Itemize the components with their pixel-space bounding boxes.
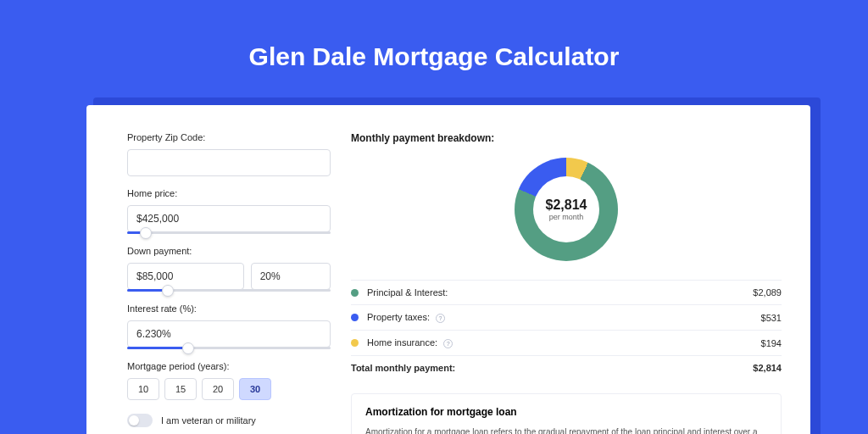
veteran-toggle-row: I am veteran or military (127, 414, 331, 427)
down-payment-amount-input[interactable] (127, 263, 244, 290)
interest-rate-label: Interest rate (%): (127, 303, 331, 314)
donut-center: $2,814 per month (533, 176, 599, 242)
legend-home-insurance: Home insurance: ? $194 (351, 330, 782, 355)
down-payment-slider-thumb[interactable] (162, 285, 174, 297)
donut-sub: per month (549, 213, 584, 221)
legend-total: Total monthly payment: $2,814 (351, 355, 782, 380)
period-btn-20[interactable]: 20 (202, 378, 234, 400)
period-btn-10[interactable]: 10 (127, 378, 159, 400)
legend-total-label: Total monthly payment: (351, 363, 753, 373)
period-label: Mortgage period (years): (127, 361, 331, 371)
down-payment-label: Down payment: (127, 246, 331, 256)
interest-rate-slider[interactable] (127, 347, 331, 349)
legend-pi-label: Principal & Interest: (367, 287, 753, 298)
interest-rate-input[interactable] (127, 320, 331, 348)
donut-amount: $2,814 (546, 198, 587, 213)
info-icon[interactable]: ? (436, 314, 445, 323)
legend-total-value: $2,814 (753, 363, 782, 373)
amortization-box: Amortization for mortgage loan Amortizat… (351, 393, 782, 434)
home-price-label: Home price: (127, 188, 331, 198)
zip-field-group: Property Zip Code: (127, 132, 331, 176)
amortization-title: Amortization for mortgage loan (365, 406, 767, 418)
donut-chart-wrap: $2,814 per month (351, 158, 782, 261)
legend-ins-value: $194 (761, 338, 782, 348)
breakdown-title: Monthly payment breakdown: (351, 132, 782, 144)
period-btn-15[interactable]: 15 (164, 378, 197, 400)
home-price-slider[interactable] (127, 231, 331, 234)
zip-label: Property Zip Code: (127, 132, 331, 142)
interest-rate-field-group: Interest rate (%): (127, 303, 331, 349)
veteran-toggle[interactable] (127, 414, 153, 427)
breakdown-column: Monthly payment breakdown: $2,814 per mo… (351, 132, 782, 434)
calculator-card: Property Zip Code: Home price: Down paym… (86, 105, 810, 434)
legend-pi-value: $2,089 (753, 287, 782, 298)
interest-rate-slider-thumb[interactable] (182, 342, 194, 354)
down-payment-percent-input[interactable] (251, 263, 331, 290)
home-price-slider-thumb[interactable] (140, 227, 152, 239)
donut-chart: $2,814 per month (515, 158, 618, 261)
amortization-text: Amortization for a mortgage loan refers … (365, 426, 767, 434)
zip-input[interactable] (127, 149, 331, 176)
dot-blue-icon (351, 314, 359, 321)
legend-tax-value: $531 (761, 313, 782, 323)
legend-principal-interest: Principal & Interest: $2,089 (351, 280, 782, 304)
info-icon[interactable]: ? (443, 339, 453, 348)
legend-ins-label: Home insurance: ? (367, 337, 761, 348)
down-payment-field-group: Down payment: (127, 246, 331, 292)
down-payment-slider[interactable] (127, 289, 331, 292)
dot-yellow-icon (351, 339, 359, 347)
form-column: Property Zip Code: Home price: Down paym… (127, 132, 331, 434)
period-field-group: Mortgage period (years): 10 15 20 30 (127, 361, 331, 400)
home-price-input[interactable] (127, 205, 331, 232)
dot-green-icon (351, 289, 359, 297)
period-btn-30[interactable]: 30 (239, 378, 271, 400)
page-title: Glen Dale Mortgage Calculator (0, 0, 868, 92)
legend-tax-label: Property taxes: ? (367, 312, 761, 323)
home-price-field-group: Home price: (127, 188, 331, 234)
legend-property-taxes: Property taxes: ? $531 (351, 304, 782, 330)
veteran-toggle-label: I am veteran or military (161, 415, 256, 426)
period-buttons: 10 15 20 30 (127, 378, 331, 400)
